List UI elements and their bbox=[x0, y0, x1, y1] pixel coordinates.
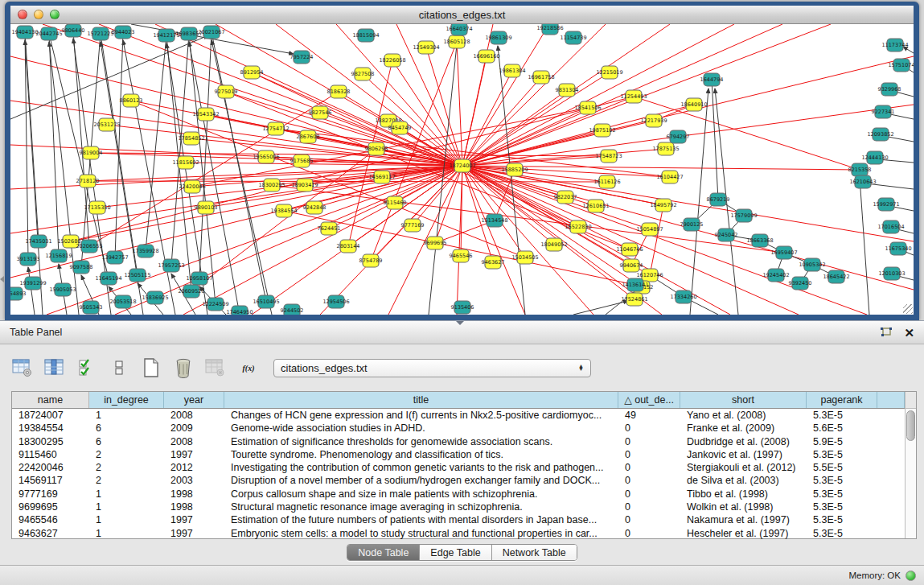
table-cell[interactable]: 5.3E-5 bbox=[807, 501, 877, 513]
table-cell[interactable] bbox=[877, 409, 905, 422]
table-cell[interactable]: Stergiakouli et al. (2012) bbox=[680, 461, 807, 474]
resize-grip[interactable] bbox=[903, 304, 913, 314]
function-builder-icon[interactable]: f(x) bbox=[236, 357, 261, 378]
network-node[interactable]: 20609528 bbox=[178, 285, 204, 298]
network-node[interactable]: 9227341 bbox=[872, 105, 895, 118]
network-node[interactable]: 9175685 bbox=[290, 154, 314, 167]
network-node[interactable]: 18640910 bbox=[680, 98, 707, 111]
network-node[interactable]: 18300295 bbox=[258, 179, 285, 192]
network-node[interactable]: 19218586 bbox=[536, 24, 563, 35]
table-cell[interactable]: 1 bbox=[89, 513, 164, 526]
network-node[interactable]: 9806440 bbox=[62, 24, 85, 37]
table-cell[interactable]: 5.3E-5 bbox=[807, 488, 877, 501]
network-node[interactable]: 12505115 bbox=[124, 269, 150, 282]
network-node[interactable]: 11173744 bbox=[881, 39, 908, 51]
table-cell[interactable]: Structural magnetic resonance image aver… bbox=[224, 501, 618, 513]
table-cell[interactable]: 5.6E-5 bbox=[807, 422, 877, 435]
network-node[interactable]: 17135350 bbox=[84, 201, 110, 214]
table-cell[interactable]: 2012 bbox=[164, 461, 224, 474]
network-node[interactable]: 11254493 bbox=[620, 90, 647, 103]
table-cell[interactable]: Yano et al. (2008) bbox=[680, 409, 807, 422]
network-node[interactable]: 8679219 bbox=[707, 193, 730, 206]
network-node[interactable]: 19861304 bbox=[499, 64, 525, 77]
table-row[interactable]: 977716911998Corpus callosum shape and si… bbox=[12, 488, 905, 501]
network-node[interactable]: 9115460 bbox=[384, 196, 407, 209]
column-header-out_de...[interactable]: △ out_de... bbox=[618, 392, 680, 408]
table-settings-icon[interactable] bbox=[11, 357, 34, 378]
network-node[interactable]: 17435031 bbox=[25, 235, 51, 248]
network-node[interactable]: 22420046 bbox=[179, 180, 205, 193]
network-node[interactable]: 9827546 bbox=[309, 106, 332, 119]
network-node[interactable]: 9827508 bbox=[351, 68, 375, 80]
table-cell[interactable]: 2008 bbox=[164, 409, 224, 422]
network-node[interactable]: 12444130 bbox=[861, 151, 888, 164]
table-cell[interactable]: Tibbo et al. (1998) bbox=[680, 488, 807, 501]
network-node[interactable]: 7957224 bbox=[290, 51, 314, 64]
network-node[interactable]: 9890103 bbox=[195, 201, 218, 214]
network-node[interactable]: 12093852 bbox=[867, 128, 893, 141]
network-node[interactable]: 7900125 bbox=[680, 218, 704, 231]
table-cell[interactable]: 0 bbox=[618, 527, 680, 540]
table-cell[interactable] bbox=[877, 435, 905, 448]
network-node[interactable]: 2718120 bbox=[76, 175, 100, 187]
column-header-year[interactable]: year bbox=[164, 392, 224, 408]
table-row[interactable]: 1938455462009Genome-wide association stu… bbox=[12, 422, 905, 435]
network-node[interactable]: 19404130 bbox=[11, 26, 38, 39]
network-node[interactable]: 9097588 bbox=[70, 261, 93, 274]
table-cell[interactable]: 1 bbox=[89, 501, 164, 513]
network-node[interactable]: 3913193 bbox=[17, 253, 40, 266]
column-header-in_degree[interactable]: in_degree bbox=[89, 392, 164, 408]
network-node[interactable]: 17016504 bbox=[877, 220, 904, 233]
table-cell[interactable] bbox=[877, 488, 905, 501]
network-node[interactable]: 12156819 bbox=[45, 249, 72, 262]
panel-collapse-arrow-icon[interactable] bbox=[0, 276, 4, 282]
network-node[interactable]: 11815602 bbox=[172, 156, 199, 169]
network-node[interactable]: 9699695 bbox=[424, 237, 447, 249]
network-node[interactable]: 12954506 bbox=[322, 295, 349, 308]
table-cell[interactable]: Nakamura et al. (1997) bbox=[680, 513, 807, 526]
table-cell[interactable]: 2 bbox=[89, 474, 164, 487]
table-cell[interactable]: 18300295 bbox=[12, 435, 89, 448]
table-cell[interactable]: 9777169 bbox=[12, 488, 89, 501]
network-node[interactable]: 9244502 bbox=[281, 304, 304, 315]
column-header-pagerank[interactable]: pagerank bbox=[807, 392, 877, 408]
table-cell[interactable]: 6 bbox=[89, 422, 164, 435]
network-node[interactable]: 8944023 bbox=[112, 26, 135, 39]
table-cell[interactable]: 5.3E-5 bbox=[807, 513, 877, 526]
network-node[interactable]: 20531275 bbox=[93, 118, 120, 131]
table-cell[interactable]: 18724007 bbox=[12, 409, 89, 422]
network-node[interactable]: 9242848 bbox=[303, 201, 326, 214]
table-cell[interactable]: 49 bbox=[618, 409, 680, 422]
network-node[interactable]: 9505343 bbox=[80, 301, 103, 314]
row-select-icon[interactable] bbox=[76, 357, 98, 378]
network-node[interactable]: 19384554 bbox=[270, 204, 297, 217]
network-node[interactable]: 9329968 bbox=[878, 83, 901, 96]
network-node[interactable]: 20053518 bbox=[109, 295, 136, 308]
table-cell[interactable]: de Silva et al. (2003) bbox=[680, 474, 807, 487]
network-node[interactable]: 12217939 bbox=[640, 114, 667, 127]
network-node[interactable]: 9940674 bbox=[620, 259, 643, 272]
close-panel-icon[interactable]: ✕ bbox=[904, 327, 914, 339]
network-node[interactable]: 9822037 bbox=[554, 191, 577, 204]
network-node[interactable]: 7624451 bbox=[318, 222, 341, 235]
table-cell[interactable]: 2 bbox=[89, 448, 164, 461]
network-node[interactable]: 9777169 bbox=[401, 219, 425, 232]
network-node[interactable]: 17524861 bbox=[621, 293, 647, 306]
table-cell[interactable]: Changes of HCN gene expression and I(f) … bbox=[224, 409, 618, 422]
network-node[interactable]: 12610651 bbox=[582, 200, 609, 212]
tab-network-table[interactable]: Network Table bbox=[492, 545, 577, 560]
network-node[interactable]: 17957253 bbox=[158, 259, 184, 272]
vertical-scrollbar[interactable] bbox=[905, 392, 916, 538]
network-node[interactable]: 16116126 bbox=[593, 175, 620, 188]
table-cell[interactable]: 14569117 bbox=[12, 474, 89, 487]
network-node[interactable]: 6794297 bbox=[667, 130, 690, 143]
table-cell[interactable]: Disruption of a novel member of a sodium… bbox=[224, 474, 618, 487]
table-cell[interactable]: 1998 bbox=[164, 488, 224, 501]
column-header-title[interactable]: title bbox=[224, 392, 618, 408]
network-node[interactable]: 8754789 bbox=[359, 254, 383, 267]
network-window-titlebar[interactable]: citations_edges.txt bbox=[10, 6, 914, 24]
network-node[interactable]: 13942757 bbox=[101, 251, 128, 264]
network-node[interactable]: 9275019 bbox=[215, 85, 238, 98]
network-node[interactable]: 12215019 bbox=[596, 66, 622, 79]
network-node[interactable]: 11645194 bbox=[95, 272, 121, 285]
